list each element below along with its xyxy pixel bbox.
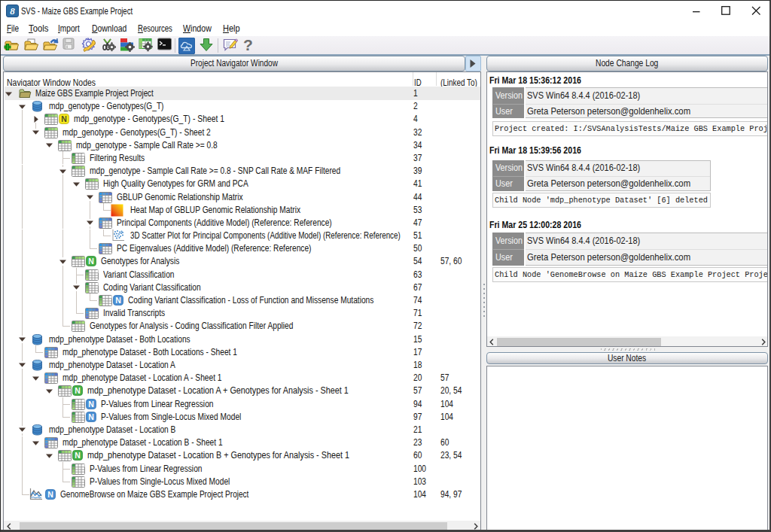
svg-text:N: N (75, 451, 81, 460)
svg-text:8: 8 (10, 5, 15, 17)
svg-text:N: N (47, 489, 53, 498)
svg-text:N: N (115, 296, 121, 305)
svg-text:N: N (88, 257, 94, 266)
svg-text:N: N (75, 386, 81, 395)
svg-text:N: N (88, 399, 94, 408)
svg-text:N: N (61, 114, 67, 123)
svg-text:N: N (88, 412, 94, 421)
